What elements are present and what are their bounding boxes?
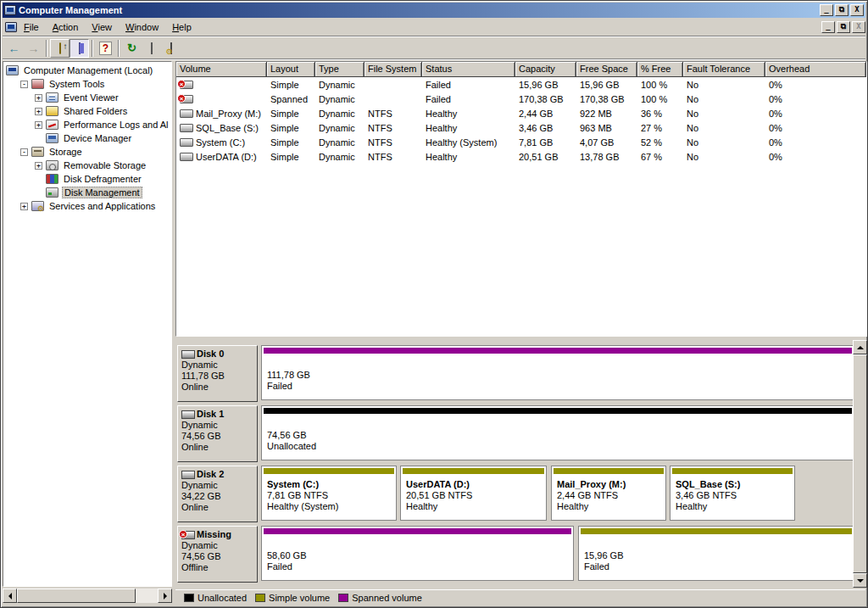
minimize-button[interactable]: _ [820, 4, 833, 16]
restore-button[interactable]: ⧉ [835, 4, 849, 16]
mdi-minimize-button[interactable]: _ [821, 21, 835, 33]
cell-free: 13,78 GB [576, 149, 637, 164]
column-header-fault-tolerance[interactable]: Fault Tolerance [683, 62, 765, 77]
sidebar-item-shared-folders[interactable]: +Shared Folders [3, 104, 171, 118]
sidebar-item-storage[interactable]: -Storage [3, 145, 171, 159]
menu-file[interactable]: File [17, 20, 46, 35]
disk-icon [181, 471, 195, 479]
partition-name [264, 534, 571, 550]
menu-view[interactable]: View [85, 20, 119, 35]
sidebar-item-removable-storage[interactable]: +Removable Storage [3, 159, 171, 172]
disk-icon [181, 410, 195, 419]
back-button[interactable] [4, 39, 24, 58]
table-row[interactable]: System (C:)SimpleDynamicNTFSHealthy (Sys… [176, 135, 866, 149]
partition-system-c-[interactable]: System (C:)7,81 GB NTFSHealthy (System) [261, 466, 397, 521]
toolbar-separator [92, 40, 93, 57]
column-header--free[interactable]: % Free [637, 62, 683, 77]
volume-icon [180, 109, 193, 118]
disk-info-cell[interactable]: Disk 1Dynamic74,56 GBOnline [177, 405, 258, 462]
close-button[interactable]: X [850, 4, 864, 16]
sidebar-item-disk-defragmenter[interactable]: Disk Defragmenter [3, 172, 171, 186]
properties-button[interactable] [142, 39, 161, 58]
column-header-type[interactable]: Type [315, 62, 364, 77]
partition-status: Unallocated [264, 441, 852, 452]
table-row[interactable]: ×SpannedDynamicFailed170,38 GB170,38 GB1… [176, 92, 866, 106]
scroll-up-button[interactable] [853, 340, 867, 354]
column-header-file-system[interactable]: File System [364, 62, 422, 77]
sidebar-item-device-manager[interactable]: Device Manager [3, 131, 171, 145]
scroll-thumb[interactable] [853, 354, 867, 573]
table-row[interactable]: ×SimpleDynamicFailed15,96 GB15,96 GB100 … [176, 77, 866, 92]
collapse-icon[interactable]: - [20, 148, 28, 156]
partition-size: 15,96 GB [581, 550, 852, 561]
partition-userdata-d-[interactable]: UserDATA (D:)20,51 GB NTFSHealthy [400, 466, 547, 521]
partition[interactable]: 74,56 GBUnallocated [261, 405, 853, 460]
cell-volume: × [176, 92, 267, 106]
table-row[interactable]: SQL_Base (S:)SimpleDynamicNTFSHealthy3,4… [176, 120, 866, 135]
help-button[interactable] [96, 39, 115, 58]
scroll-thumb[interactable] [17, 588, 136, 603]
column-header-layout[interactable]: Layout [267, 62, 315, 77]
mdi-close-button[interactable]: X [852, 21, 865, 33]
title-bar: Computer Management _ ⧉ X [3, 3, 865, 18]
mdi-child-icon[interactable] [5, 22, 17, 32]
app-icon[interactable] [4, 5, 16, 15]
shared-folders-icon [46, 106, 58, 116]
disk-info-cell[interactable]: Disk 2Dynamic34,22 GBOnline [177, 466, 258, 522]
cell-capacity: 20,51 GB [515, 149, 576, 164]
menu-action[interactable]: Action [46, 20, 86, 35]
forward-button[interactable] [24, 39, 43, 58]
disk-pane-vertical-scrollbar[interactable] [853, 340, 867, 588]
scroll-right-button[interactable] [158, 588, 172, 603]
scroll-left-button[interactable] [3, 588, 17, 603]
partition-status: Healthy [403, 501, 544, 512]
table-row[interactable]: UserDATA (D:)SimpleDynamicNTFSHealthy20,… [176, 149, 866, 164]
refresh-button[interactable] [122, 39, 142, 58]
column-header-volume[interactable]: Volume [176, 62, 267, 77]
cell-layout: Simple [267, 135, 315, 149]
volume-icon [180, 138, 193, 147]
expand-icon[interactable]: + [35, 108, 42, 115]
expand-icon[interactable]: + [35, 94, 42, 102]
tree-item-label: Disk Defragmenter [62, 174, 143, 184]
column-header-status[interactable]: Status [422, 62, 515, 77]
menu-help[interactable]: Help [165, 20, 198, 35]
console-tree: Computer Management (Local)-System Tools… [3, 61, 172, 587]
partition[interactable]: 15,96 GBFailed [578, 526, 853, 581]
show-hide-console-tree-button[interactable] [70, 39, 89, 58]
column-header-overhead[interactable]: Overhead [765, 62, 866, 77]
sidebar-item-system-tools[interactable]: -System Tools [3, 77, 171, 91]
column-header-capacity[interactable]: Capacity [515, 62, 576, 77]
sidebar-item-event-viewer[interactable]: +Event Viewer [3, 91, 171, 104]
simple-color-strip [264, 468, 394, 474]
expand-icon[interactable]: + [35, 121, 42, 129]
table-row[interactable]: Mail_Proxy (M:)SimpleDynamicNTFSHealthy2… [176, 106, 866, 120]
collapse-icon[interactable]: - [20, 81, 28, 88]
up-folder-button[interactable] [50, 39, 70, 58]
expand-icon[interactable]: + [35, 162, 42, 170]
manage-button[interactable] [161, 39, 181, 58]
mdi-restore-button[interactable]: ⧉ [837, 21, 850, 33]
column-header-free-space[interactable]: Free Space [576, 62, 637, 77]
partition-mail-proxy-m-[interactable]: Mail_Proxy (M:)2,44 GB NTFSHealthy [551, 466, 666, 521]
sidebar-item-disk-management[interactable]: Disk Management [3, 186, 171, 199]
disk-defragmenter-icon [46, 174, 58, 184]
disk-title: Disk 2 [181, 469, 255, 480]
scroll-down-button[interactable] [853, 573, 867, 588]
sidebar-item-computer-management-local-[interactable]: Computer Management (Local) [3, 64, 171, 77]
tree-horizontal-scrollbar[interactable] [3, 588, 172, 603]
partition[interactable]: 111,78 GBFailed [261, 345, 853, 400]
disk-name: Disk 0 [197, 349, 224, 360]
disk-info-cell[interactable]: ×MissingDynamic74,56 GBOffline [177, 526, 258, 583]
partition[interactable]: 58,60 GBFailed [261, 526, 574, 581]
partition-sql-base-s-[interactable]: SQL_Base (S:)3,46 GB NTFSHealthy [670, 466, 795, 521]
disk-title: ×Missing [181, 529, 255, 540]
disk-info-cell[interactable]: Disk 0Dynamic111,78 GBOnline [177, 345, 258, 402]
menu-window[interactable]: Window [119, 20, 165, 35]
error-badge-icon: × [179, 530, 187, 538]
expand-icon[interactable]: + [20, 203, 28, 210]
sidebar-item-performance-logs-and-al[interactable]: +Performance Logs and Al [3, 118, 171, 131]
sidebar-item-services-and-applications[interactable]: +Services and Applications [3, 199, 171, 213]
cell-capacity: 15,96 GB [515, 77, 576, 92]
tree-item-label: Removable Storage [62, 160, 147, 170]
